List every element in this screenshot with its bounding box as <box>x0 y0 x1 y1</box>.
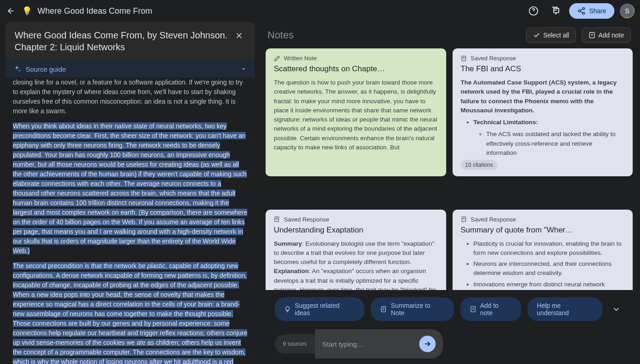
source-content[interactable]: closing line for a novel, or a feature f… <box>5 78 255 364</box>
share-button[interactable]: Share <box>569 3 614 19</box>
sources-count[interactable]: 9 sources <box>275 334 315 353</box>
add-to-note-button[interactable]: Add to note <box>460 297 522 321</box>
select-all-button[interactable]: Select all <box>526 27 576 43</box>
note-card[interactable]: Saved Response The FBI and ACS The Autom… <box>453 48 633 176</box>
saved-response-icon <box>461 216 467 222</box>
note-title: Summary of quote from "Wher… <box>461 226 625 235</box>
suggest-ideas-button[interactable]: Suggest related ideas <box>275 297 364 321</box>
source-panel: Where Good Ideas Come From, by Steven Jo… <box>5 22 255 364</box>
chevron-down-icon <box>240 65 247 73</box>
note-add-icon <box>469 306 477 313</box>
send-button[interactable] <box>419 336 436 352</box>
notes-panel: Notes Select all Add note Written Note S… <box>264 22 635 364</box>
chevron-down-icon[interactable] <box>609 302 624 317</box>
avatar[interactable]: S <box>620 4 635 18</box>
help-understand-button[interactable]: Help me understand <box>528 297 603 321</box>
citations-badge[interactable]: 10 citations <box>461 160 498 170</box>
svg-point-3 <box>582 12 585 15</box>
sparkle-icon <box>13 65 21 73</box>
add-note-button[interactable]: Add note <box>581 27 631 43</box>
svg-point-1 <box>582 8 585 10</box>
chat-icon[interactable] <box>547 3 564 19</box>
note-add-icon <box>588 32 596 39</box>
source-title: Where Good Ideas Come From, by Steven Jo… <box>15 29 233 53</box>
source-guide-toggle[interactable]: Source guide <box>5 60 255 78</box>
note-title: The FBI and ACS <box>461 64 625 74</box>
pencil-icon <box>274 55 280 62</box>
svg-point-2 <box>578 10 581 12</box>
saved-response-icon <box>461 55 467 62</box>
check-icon <box>533 32 540 39</box>
chat-input[interactable]: Start typing... <box>315 329 443 359</box>
lightbulb-icon: 💡 <box>22 6 32 16</box>
note-card[interactable]: Written Note Scattered thoughts on Chapt… <box>266 48 446 176</box>
lightbulb-icon <box>284 306 291 313</box>
note-title: Scattered thoughts on Chapte… <box>274 64 438 74</box>
close-icon[interactable] <box>233 29 245 42</box>
note-icon <box>380 306 387 313</box>
notes-heading: Notes <box>267 29 521 41</box>
document-title: Where Good Ideas Come From <box>37 6 152 16</box>
bottom-action-bar: Suggest related ideas Summarize to Note … <box>264 290 635 364</box>
summarize-button[interactable]: Summarize to Note <box>371 297 453 321</box>
help-icon[interactable] <box>525 3 542 19</box>
saved-response-icon <box>274 216 280 222</box>
note-title: Understanding Exaptation <box>274 226 438 235</box>
back-button[interactable] <box>5 5 16 16</box>
